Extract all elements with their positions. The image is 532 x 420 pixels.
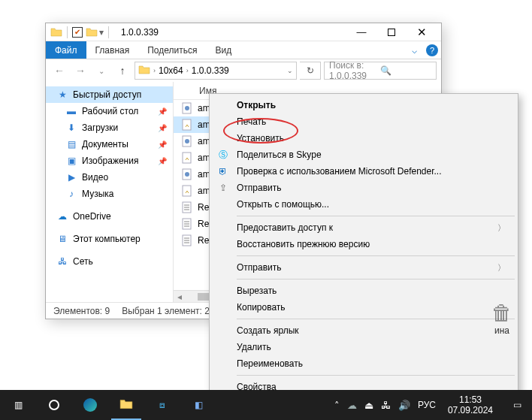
tab-view[interactable]: Вид	[206, 41, 240, 59]
file-icon	[181, 102, 193, 114]
file-icon	[181, 168, 193, 180]
pin-icon: 📌	[158, 141, 167, 149]
taskbar-clock[interactable]: 11:53 07.09.2024	[443, 394, 497, 415]
sidebar-item-documents[interactable]: ▤ Документы 📌	[46, 136, 173, 153]
file-icon	[181, 185, 193, 197]
up-button[interactable]: ↑	[113, 62, 131, 80]
monitor-icon: 🖥	[56, 233, 68, 245]
separator	[237, 319, 515, 319]
ctx-restore-previous[interactable]: Восстановить прежнюю версию	[211, 236, 516, 252]
downloads-icon: ⬇	[65, 122, 77, 134]
back-button[interactable]: ←	[50, 62, 68, 80]
desktop-icon-recycle-bin[interactable]: 🗑 ина	[485, 301, 518, 336]
search-input[interactable]: Поиск в: 1.0.0.339 🔍	[324, 62, 437, 80]
sidebar-item-downloads[interactable]: ⬇ Загрузки 📌	[46, 119, 173, 136]
breadcrumb-dropdown-icon[interactable]: ⌄	[287, 67, 293, 74]
qat-menu-chevron-icon[interactable]: ▾	[99, 27, 104, 38]
taskbar-cortana[interactable]	[36, 390, 72, 420]
ctx-open[interactable]: Открыть	[211, 97, 516, 113]
ctx-defender-scan[interactable]: ⛨ Проверка с использованием Microsoft De…	[211, 163, 516, 180]
separator	[108, 26, 109, 38]
sidebar-item-pictures[interactable]: ▣ Изображения 📌	[46, 153, 173, 169]
ctx-create-shortcut[interactable]: Создать ярлык	[211, 322, 516, 339]
desktop-icon: ▬	[65, 105, 77, 117]
taskbar-file-explorer[interactable]	[108, 390, 144, 420]
file-icon	[181, 135, 193, 147]
ctx-send-to[interactable]: Отправить〉	[211, 259, 516, 276]
taskbar-task-view[interactable]: ▥	[0, 390, 36, 420]
chevron-right-icon: 〉	[497, 222, 506, 234]
ctx-delete[interactable]: Удалить	[211, 339, 516, 355]
file-icon	[181, 152, 193, 164]
tray-overflow-chevron-icon[interactable]: ˄	[334, 400, 340, 411]
maximize-button[interactable]	[376, 23, 407, 41]
ctx-share[interactable]: ⇪ Отправить	[211, 180, 516, 196]
ctx-share-skype[interactable]: Ⓢ Поделиться в Skype	[211, 147, 516, 163]
folder-icon	[138, 64, 150, 78]
minimize-button[interactable]: ―	[346, 23, 376, 41]
folder-icon	[119, 397, 133, 413]
refresh-button[interactable]: ↻	[300, 62, 321, 80]
ctx-cut[interactable]: Вырезать	[211, 283, 516, 299]
sidebar-item-quick-access[interactable]: ★ Быстрый доступ	[46, 86, 173, 103]
ctx-rename[interactable]: Переименовать	[211, 355, 516, 372]
pin-icon: 📌	[158, 157, 167, 165]
onedrive-tray-icon[interactable]: ☁	[347, 400, 357, 411]
window-title: 1.0.0.339	[121, 27, 159, 38]
address-bar-row: ← → ⌄ ↑ › 10x64› 1.0.0.339 ⌄ ↻ Поиск в: …	[46, 59, 441, 82]
network-icon: 🖧	[56, 255, 68, 267]
pin-icon: 📌	[158, 107, 167, 116]
search-icon[interactable]: 🔍	[380, 65, 431, 76]
file-icon	[181, 201, 193, 213]
pin-icon: 📌	[158, 124, 167, 132]
history-chevron-icon[interactable]: ⌄	[92, 62, 110, 80]
svg-point-4	[185, 139, 189, 144]
status-selection: Выбран 1 элемент: 2	[122, 306, 210, 316]
taskbar: ▥ ⧈ ◧ ˄ ☁ ⏏ 🖧 🔊 РУС 11:53 07.09.2024 ▭	[0, 390, 532, 420]
breadcrumb-segment[interactable]: 1.0.0.339	[192, 65, 229, 76]
folder-icon	[50, 26, 62, 38]
network-tray-icon[interactable]: 🖧	[381, 400, 391, 411]
context-menu: Открыть Печать Установить Ⓢ Поделиться в…	[209, 93, 518, 399]
sidebar-item-desktop[interactable]: ▬ Рабочий стол 📌	[46, 103, 173, 119]
tab-file[interactable]: Файл	[46, 41, 86, 59]
ctx-print[interactable]: Печать	[211, 113, 516, 130]
tab-home[interactable]: Главная	[86, 41, 139, 59]
help-button[interactable]: ?	[423, 41, 441, 59]
sidebar-item-this-pc[interactable]: 🖥 Этот компьютер	[46, 231, 173, 247]
star-icon: ★	[56, 89, 68, 101]
action-center-button[interactable]: ▭	[502, 400, 532, 410]
sidebar-item-network[interactable]: 🖧 Сеть	[46, 253, 173, 270]
tab-share[interactable]: Поделиться	[138, 41, 206, 59]
sidebar-item-videos[interactable]: ▶ Видео	[46, 169, 173, 186]
breadcrumb-segment[interactable]: 10x64›	[159, 65, 189, 76]
speaker-icon[interactable]: 🔊	[398, 400, 410, 411]
separator	[237, 216, 515, 216]
taskbar-edge[interactable]	[72, 390, 108, 420]
sidebar-item-music[interactable]: ♪ Музыка	[46, 186, 173, 202]
music-icon: ♪	[65, 188, 77, 200]
forward-button[interactable]: →	[71, 62, 89, 80]
close-button[interactable]: ✕	[407, 23, 437, 41]
taskbar-app[interactable]: ◧	[180, 390, 216, 420]
ctx-install[interactable]: Установить	[211, 130, 516, 147]
system-tray: ˄ ☁ ⏏ 🖧 🔊 РУС 11:53 07.09.2024	[330, 394, 502, 415]
chevron-right-icon[interactable]: ›	[153, 67, 156, 74]
ctx-copy[interactable]: Копировать	[211, 299, 516, 316]
sidebar-item-onedrive[interactable]: ☁ OneDrive	[46, 208, 173, 225]
cortana-icon	[49, 400, 59, 410]
ctx-open-with[interactable]: Открыть с помощью...	[211, 196, 516, 213]
ctx-give-access-to[interactable]: Предоставить доступ к〉	[211, 219, 516, 236]
properties-qat-icon[interactable]: ✔	[72, 27, 83, 38]
usb-eject-icon[interactable]: ⏏	[364, 400, 373, 411]
taskbar-store[interactable]: ⧈	[144, 390, 180, 420]
documents-icon: ▤	[65, 138, 77, 150]
ribbon-expand-chevron-icon[interactable]: ⌵	[405, 41, 423, 59]
breadcrumb[interactable]: › 10x64› 1.0.0.339 ⌄	[135, 62, 297, 80]
input-language[interactable]: РУС	[418, 400, 436, 410]
folder-icon[interactable]	[86, 26, 98, 38]
cloud-icon: ☁	[56, 210, 68, 222]
svg-point-1	[185, 106, 189, 110]
defender-shield-icon: ⛨	[217, 165, 229, 177]
ribbon-tabs: Файл Главная Поделиться Вид ⌵ ?	[46, 41, 441, 59]
